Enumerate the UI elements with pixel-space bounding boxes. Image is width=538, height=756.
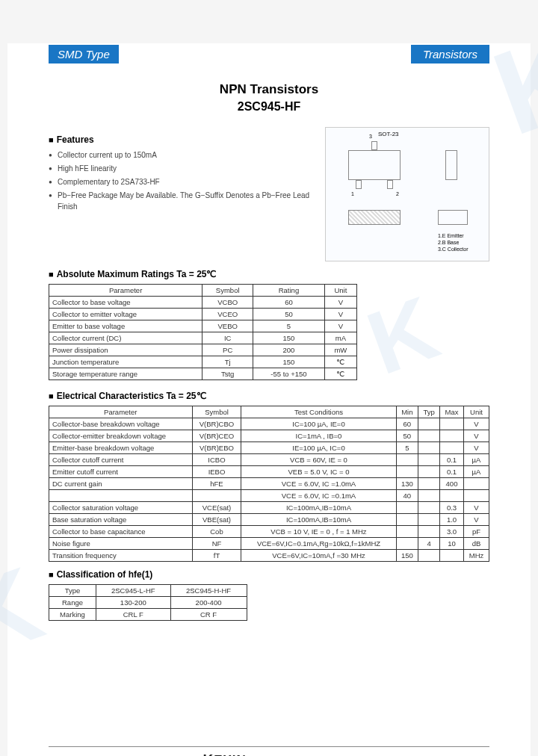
table-cell: V(BR)EBO [192,442,241,454]
table-cell: Collector-base breakdown voltage [49,418,193,430]
table-cell: Tstg [202,368,253,380]
table-cell: 150 [253,356,325,368]
table-cell: 5 [396,442,418,454]
table-cell: Base saturation voltage [49,514,193,526]
table-cell [192,490,241,502]
table-cell: VEBO [202,320,253,332]
classif-table: Type 2SC945-L-HF 2SC945-H-HF Range130-20… [49,584,247,621]
table-cell: 130-200 [96,597,171,609]
table-row: Collector-emitter breakdown voltageV(BR)… [49,430,489,442]
table-cell: 10 [439,538,463,550]
table-cell: VBE(sat) [192,514,241,526]
table-cell: VCEO [202,309,253,320]
table-cell [439,442,463,454]
table-cell: Collector to base voltage [49,297,202,309]
table-cell: Range [49,597,96,609]
table-cell: Collector saturation voltage [49,502,193,514]
table-cell: 60 [396,418,418,430]
table-cell: V [464,418,489,430]
abs-max-heading: Absolute Maximum Ratings Ta = 25℃ [49,269,489,279]
table-cell: Cob [192,526,241,538]
table-row: Power dissipationPC200mW [49,344,357,356]
banner-left-label: SMD Type [49,45,119,63]
table-cell: 130 [396,478,418,490]
feature-item: High hFE linearity [49,163,310,174]
table-cell [49,490,193,502]
table-cell: IC=1mA , IB=0 [241,430,396,442]
table-cell: 1.0 [439,514,463,526]
table-cell [396,526,418,538]
table-cell: VCE = 6.0V, IC =1.0mA [241,478,396,490]
table-cell: V [464,442,489,454]
table-row: Collector-base breakdown voltageV(BR)CBO… [49,418,489,430]
table-cell: Collector-emitter breakdown voltage [49,430,193,442]
elec-heading: Electrical Characteristics Ta = 25℃ [49,391,489,401]
table-cell: V(BR)CBO [192,418,241,430]
table-cell [418,526,440,538]
table-row: Emitter-base breakdown voltageV(BR)EBOIE… [49,442,489,454]
table-cell [464,490,489,502]
table-cell [439,430,463,442]
table-cell: pF [464,526,489,538]
title-block: NPN Transistors 2SC945-HF [49,82,489,114]
table-cell: V [324,309,356,320]
table-cell [418,418,440,430]
features-heading: Features [49,134,310,145]
table-cell [464,478,489,490]
table-cell: VCB = 60V, IE = 0 [241,454,396,466]
table-cell: 3.0 [439,526,463,538]
footer: KEXIN www.kexin.com.cn [7,752,531,756]
table-cell: mW [324,344,356,356]
table-cell: PC [202,344,253,356]
table-cell: Collector cutoff current [49,454,193,466]
table-cell: 40 [396,490,418,502]
table-cell: 0.3 [439,502,463,514]
table-cell [418,550,440,562]
header-banner: SMD Type Transistors [49,43,489,64]
feature-item: Complementary to 2SA733-HF [49,176,310,188]
table-cell: ℃ [324,368,356,380]
table-cell: 4 [418,538,440,550]
table-cell: Collector current (DC) [49,332,202,344]
feature-item: Pb−Free Package May be Available. The G−… [49,190,310,212]
table-cell: CR F [170,609,247,621]
banner-right-label: Transistors [411,45,489,63]
table-row: Collector cutoff currentICBOVCB = 60V, I… [49,454,489,466]
package-diagram: SOT-23 1 2 3 1.E Emitter2.B Base3.C Coll… [325,127,489,261]
table-cell [418,430,440,442]
table-cell: IEBO [192,466,241,478]
table-cell: 50 [253,309,325,320]
table-cell: VCB = 10 V, IE = 0 , f = 1 MHz [241,526,396,538]
table-row: Collector to base voltageVCBO60V [49,297,357,309]
table-row: Noise figureNFVCE=6V,IC=0.1mA,Rg=10kΩ,f=… [49,538,489,550]
table-cell: IC=100 µA, IE=0 [241,418,396,430]
table-cell: µA [464,466,489,478]
table-cell: µA [464,454,489,466]
title-line1: NPN Transistors [49,82,489,97]
table-cell: V [464,430,489,442]
table-cell: Transition frequency [49,550,193,562]
table-cell: Tj [202,356,253,368]
table-cell: ℃ [324,356,356,368]
table-cell [418,514,440,526]
table-cell: 150 [253,332,325,344]
table-cell: Power dissipation [49,344,202,356]
table-cell: VEB = 5.0 V, IC = 0 [241,466,396,478]
table-cell [439,490,463,502]
table-row: Collector to base capacitanceCobVCB = 10… [49,526,489,538]
table-row: Base saturation voltageVBE(sat)IC=100mA,… [49,514,489,526]
table-cell: V [464,514,489,526]
table-cell: Storage temperature range [49,368,202,380]
table-cell: 150 [396,550,418,562]
table-cell: 5 [253,320,325,332]
table-cell: VCE=6V,IC=0.1mA,Rg=10kΩ,f=1kMHZ [241,538,396,550]
table-cell: VCE = 6.0V, IC =0.1mA [241,490,396,502]
table-cell: dB [464,538,489,550]
table-cell: 50 [396,430,418,442]
table-cell [439,418,463,430]
table-cell [418,454,440,466]
table-cell: V [324,297,356,309]
table-cell: VCE=6V,IC=10mA,f =30 MHz [241,550,396,562]
table-cell [396,454,418,466]
table-cell: ICBO [192,454,241,466]
